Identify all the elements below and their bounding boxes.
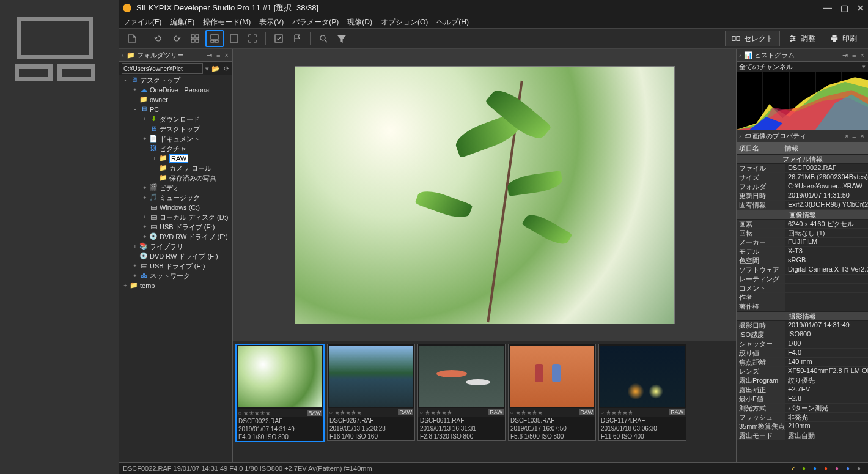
status-indicator-icon[interactable]: ● <box>835 465 842 472</box>
app-mode-icon <box>0 0 110 98</box>
export-icon[interactable] <box>124 31 140 46</box>
tree-item[interactable]: 🖴Windows (C:) <box>119 202 232 212</box>
close-button[interactable]: ✕ <box>857 3 864 13</box>
status-indicator-icon[interactable]: ✓ <box>791 465 798 472</box>
flag-icon[interactable] <box>289 31 305 46</box>
tree-item[interactable]: 🖥デスクトップ <box>119 124 232 134</box>
search-icon[interactable] <box>315 31 331 46</box>
tree-item[interactable]: -🖼ピクチャ <box>119 144 232 154</box>
property-row: ファイルDSCF0022.RAF <box>737 164 868 173</box>
tree-item[interactable]: 📁保存済みの写真 <box>119 173 232 183</box>
thumbnail[interactable]: ○ ★★★★★RAWDSCF0022.RAF2019/01/07 14:31:4… <box>235 344 325 442</box>
tree-item[interactable]: +📚ライブラリ <box>119 242 232 251</box>
preview-image <box>295 66 675 324</box>
combination-view-icon[interactable] <box>205 30 224 47</box>
menu-item[interactable]: 表示(V) <box>259 17 284 28</box>
tree-item[interactable]: +🎵ミュージック <box>119 193 232 202</box>
menu-item[interactable]: 現像(D) <box>347 17 372 28</box>
rotate-left-icon[interactable] <box>150 31 166 46</box>
status-indicator-icon[interactable]: ● <box>813 465 820 472</box>
tree-item[interactable]: +🖴USB ドライブ (E:) <box>119 222 232 232</box>
tree-item[interactable]: +🎬ビデオ <box>119 183 232 193</box>
tree-item[interactable]: +⬇ダウンロード <box>119 114 232 124</box>
tree-item[interactable]: 📁owner <box>119 95 232 105</box>
tree-item[interactable]: +🖴ローカル ディスク (D:) <box>119 212 232 222</box>
property-row: 測光方式パターン測光 <box>737 404 868 413</box>
tree-item[interactable]: 📁カメラ ロール <box>119 163 232 173</box>
property-row: ISO感度ISO800 <box>737 330 868 339</box>
adjust-button[interactable]: 調整 <box>782 34 822 44</box>
single-view-icon[interactable] <box>226 31 242 46</box>
channel-select[interactable]: 全てのチャンネル <box>737 62 868 72</box>
tree-item[interactable]: +💿DVD RW ドライブ (F:) <box>119 232 232 242</box>
svg-rect-7 <box>230 35 238 42</box>
select-mode-button[interactable]: セレクト <box>725 31 780 46</box>
menu-item[interactable]: 操作モード(M) <box>203 17 251 28</box>
tree-item[interactable]: +☁OneDrive - Personal <box>119 85 232 95</box>
properties-icon: 🏷 <box>744 132 751 139</box>
grid-view-icon[interactable] <box>187 31 203 46</box>
svg-rect-1 <box>196 35 199 38</box>
status-indicator-icon[interactable]: ● <box>857 465 864 472</box>
property-row: 焦点距離140 mm <box>737 358 868 367</box>
tree-item[interactable]: +📁RAW <box>119 154 232 163</box>
property-row: 最小F値F2.8 <box>737 394 868 404</box>
thumbnail[interactable]: ○ ★★★★★RAWDSCF1035.RAF2019/01/17 16:07:5… <box>508 344 596 441</box>
maximize-button[interactable]: ▢ <box>840 3 848 13</box>
folder-tree[interactable]: -🖥デスクトップ+☁OneDrive - Personal📁owner-🖥PC+… <box>119 75 232 462</box>
menu-bar: ファイル(F)編集(E)操作モード(M)表示(V)パラメータ(P)現像(D)オプ… <box>119 16 868 28</box>
thumbnail[interactable]: ○ ★★★★★RAWDSCF1174.RAF2019/01/18 03:06:3… <box>598 344 686 441</box>
menu-item[interactable]: ファイル(F) <box>123 17 161 28</box>
histogram-panel-header: › 📊 ヒストグラム ⇥ ≡ × <box>737 49 868 62</box>
histogram-chart <box>737 72 868 130</box>
app-logo-icon <box>123 4 131 12</box>
fit-icon[interactable] <box>245 31 260 46</box>
status-text: DSCF0022.RAF 19/01/07 14:31:49 F4.0 1/80… <box>123 465 372 472</box>
minimize-button[interactable]: — <box>823 3 832 13</box>
property-row: モデルX-T3 <box>737 247 868 256</box>
tree-item[interactable]: 💿DVD RW ドライブ (F:) <box>119 251 232 261</box>
status-bar: DSCF0022.RAF 19/01/07 14:31:49 F4.0 1/80… <box>119 462 868 474</box>
property-row: シャッター1/80 <box>737 339 868 349</box>
property-row: 更新日時2019/01/07 14:31:50 <box>737 191 868 201</box>
refresh-icon[interactable]: ⟳ <box>223 64 230 73</box>
svg-point-13 <box>793 38 795 40</box>
property-row: 絞り値F4.0 <box>737 349 868 358</box>
svg-rect-10 <box>732 37 735 41</box>
property-row: サイズ26.71MB (28002304Bytes) <box>737 173 868 182</box>
folder-open-icon[interactable]: 📂 <box>211 64 220 73</box>
menu-item[interactable]: 編集(E) <box>170 17 194 28</box>
property-row: レーティング <box>737 275 868 284</box>
properties-panel-header: › 🏷 画像のプロパティ ⇥ ≡ × <box>737 130 868 143</box>
status-indicator-icon[interactable]: ● <box>846 465 853 472</box>
property-row: 露出モード露出自動 <box>737 431 868 440</box>
menu-item[interactable]: オプション(O) <box>381 17 428 28</box>
thumbnail[interactable]: ○ ★★★★★RAWDSCF0611.RAF2019/01/13 16:31:3… <box>417 344 506 441</box>
status-indicator-icon[interactable]: ● <box>824 465 831 472</box>
panel-controls[interactable]: ⇥ ≡ × <box>207 51 230 59</box>
tree-item[interactable]: +🖧ネットワーク <box>119 271 232 281</box>
status-indicator-icon[interactable]: ● <box>802 465 809 472</box>
panel-collapse-icon[interactable]: ‹ <box>122 51 124 59</box>
property-row: 画素6240 x 4160 ピクセル <box>737 220 868 229</box>
thumbnail[interactable]: ○ ★★★★★RAWDSCF0267.RAF2019/01/13 15:20:2… <box>327 344 415 441</box>
rotate-right-icon[interactable] <box>169 31 185 46</box>
menu-item[interactable]: パラメータ(P) <box>292 17 339 28</box>
panel-controls[interactable]: ⇥ ≡ × <box>842 132 866 140</box>
panel-controls[interactable]: ⇥ ≡ × <box>842 51 866 59</box>
tree-item[interactable]: -🖥デスクトップ <box>119 75 232 85</box>
check-icon[interactable] <box>271 31 287 46</box>
properties-table: 項目名情報ファイル情報ファイルDSCF0022.RAFサイズ26.71MB (2… <box>737 143 868 462</box>
menu-item[interactable]: ヘルプ(H) <box>436 17 469 28</box>
path-input[interactable] <box>122 63 203 74</box>
tree-item[interactable]: +📁temp <box>119 281 232 291</box>
preview-area[interactable] <box>233 49 736 341</box>
filter-icon[interactable] <box>334 31 350 46</box>
filmstrip[interactable]: ○ ★★★★★RAWDSCF0022.RAF2019/01/07 14:31:4… <box>233 341 736 462</box>
tree-item[interactable]: -🖥PC <box>119 105 232 114</box>
print-button[interactable]: 印刷 <box>824 34 863 44</box>
tree-item[interactable]: +🖴USB ドライブ (E:) <box>119 261 232 271</box>
svg-rect-8 <box>275 35 282 42</box>
svg-rect-0 <box>191 35 194 38</box>
tree-item[interactable]: +📄ドキュメント <box>119 134 232 144</box>
